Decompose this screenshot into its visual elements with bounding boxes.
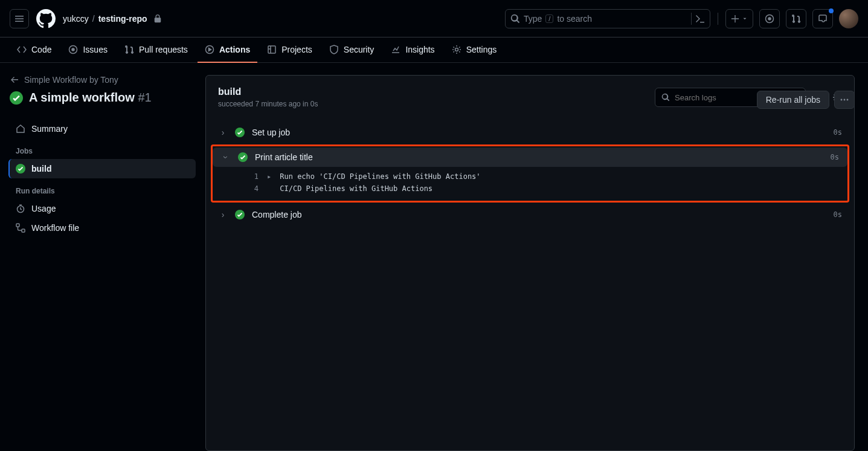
- svg-point-8: [844, 99, 846, 101]
- log-text: CI/CD Pipelines with GitHub Actions: [280, 183, 432, 195]
- svg-rect-13: [16, 224, 19, 227]
- search-prefix: Type: [524, 14, 542, 24]
- log-panel: build succeeded 7 minutes ago in 0s ›: [205, 75, 855, 451]
- sidebar-item-label: Summary: [31, 124, 68, 134]
- job-status: succeeded 7 minutes ago in 0s: [218, 100, 318, 108]
- highlight-annotation: › Print article title 0s 1 ▸ Run echo 'C…: [211, 144, 849, 203]
- chevron-right-icon: ›: [218, 210, 228, 219]
- issue-icon: [765, 14, 774, 24]
- log-line: 4 CI/CD Pipelines with GitHub Actions: [249, 183, 839, 195]
- tab-actions[interactable]: Actions: [198, 37, 257, 63]
- lock-icon: [153, 15, 162, 23]
- tab-label: Pull requests: [139, 45, 188, 54]
- rerun-all-button[interactable]: Re-run all jobs: [757, 91, 829, 109]
- disclosure-icon[interactable]: ▸: [267, 170, 271, 183]
- stopwatch-icon: [16, 204, 25, 213]
- tab-security[interactable]: Security: [322, 37, 382, 63]
- main: Simple Workflow by Tony A simple workflo…: [0, 63, 868, 451]
- tab-label: Settings: [466, 45, 497, 54]
- gear-icon: [452, 45, 461, 54]
- run-details-label: Run details: [10, 178, 196, 199]
- workflow-title: A simple workflow #1: [29, 91, 152, 105]
- svg-rect-14: [22, 229, 25, 232]
- step-row[interactable]: › Complete job 0s: [210, 205, 850, 224]
- check-circle-icon: [238, 152, 248, 162]
- jobs-label: Jobs: [10, 138, 196, 159]
- sidebar-item-label: build: [31, 164, 51, 174]
- kebab-icon: [840, 95, 849, 105]
- sidebar-job-build[interactable]: build: [8, 159, 196, 178]
- inbox-icon: [818, 14, 828, 24]
- workflow-actions: Re-run all jobs: [757, 91, 855, 109]
- breadcrumb: yukccy / testing-repo: [63, 14, 162, 24]
- tab-settings[interactable]: Settings: [445, 37, 504, 63]
- home-icon: [16, 124, 25, 134]
- back-link-label: Simple Workflow by Tony: [24, 75, 118, 85]
- pr-icon: [791, 14, 801, 24]
- tab-label: Actions: [219, 45, 250, 54]
- workflow-title-row: A simple workflow #1: [10, 91, 196, 105]
- plus-icon: [731, 15, 739, 23]
- avatar[interactable]: [839, 9, 858, 28]
- caret-down-icon: [742, 16, 748, 22]
- log-area: build succeeded 7 minutes ago in 0s ›: [205, 63, 868, 451]
- create-button[interactable]: [725, 9, 753, 28]
- tab-label: Insights: [405, 45, 434, 54]
- arrow-left-icon: [10, 75, 19, 85]
- search-icon: [661, 93, 670, 102]
- sidebar-summary[interactable]: Summary: [10, 119, 196, 138]
- spacer: [267, 183, 271, 195]
- step-row[interactable]: › Set up job 0s: [210, 123, 850, 142]
- issues-button[interactable]: [759, 9, 780, 28]
- tab-pull-requests[interactable]: Pull requests: [117, 37, 195, 63]
- step-duration: 0s: [831, 153, 839, 161]
- line-number: 4: [249, 183, 259, 195]
- tab-label: Issues: [83, 45, 107, 54]
- search-suffix: to search: [557, 14, 592, 24]
- more-actions-button[interactable]: [834, 91, 855, 109]
- sidebar-workflow-file[interactable]: Workflow file: [10, 218, 196, 238]
- sidebar-item-label: Usage: [31, 204, 56, 213]
- repo-nav: Code Issues Pull requests Actions Projec…: [0, 37, 868, 63]
- log-line: 1 ▸ Run echo 'CI/CD Pipelines with GitHu…: [249, 170, 839, 183]
- line-number: 1: [249, 170, 259, 183]
- issue-icon: [68, 45, 78, 54]
- sidebar-usage[interactable]: Usage: [10, 199, 196, 218]
- step-duration: 0s: [834, 128, 842, 137]
- check-circle-icon: [235, 128, 245, 137]
- check-circle-icon: [10, 91, 23, 105]
- check-circle-icon: [16, 164, 25, 174]
- sidebar-item-label: Workflow file: [31, 223, 79, 233]
- tab-code[interactable]: Code: [10, 37, 59, 63]
- chevron-right-icon: ›: [218, 128, 228, 137]
- pull-requests-button[interactable]: [786, 9, 806, 28]
- log-output: 1 ▸ Run echo 'CI/CD Pipelines with GitHu…: [213, 167, 847, 195]
- github-logo-icon[interactable]: [36, 9, 56, 28]
- step-duration: 0s: [834, 210, 842, 219]
- global-header: yukccy / testing-repo Type / to search: [0, 0, 868, 37]
- search-key: /: [545, 15, 553, 23]
- check-circle-icon: [235, 210, 245, 219]
- command-palette-icon[interactable]: [695, 14, 705, 24]
- notifications-button[interactable]: [812, 9, 833, 28]
- chevron-down-icon: ›: [221, 152, 231, 162]
- play-icon: [205, 45, 214, 54]
- step-row[interactable]: › Print article title 0s: [213, 148, 847, 167]
- tab-insights[interactable]: Insights: [384, 37, 442, 63]
- tab-issues[interactable]: Issues: [61, 37, 114, 63]
- tab-label: Security: [344, 45, 375, 54]
- back-link[interactable]: Simple Workflow by Tony: [10, 75, 196, 85]
- search-input[interactable]: Type / to search: [505, 9, 710, 28]
- menu-button[interactable]: [10, 9, 29, 28]
- step-name: Complete job: [252, 210, 302, 219]
- breadcrumb-owner[interactable]: yukccy: [63, 14, 89, 24]
- header-actions: Type / to search: [505, 9, 858, 28]
- project-icon: [267, 45, 277, 54]
- tab-projects[interactable]: Projects: [260, 37, 320, 63]
- svg-point-1: [768, 18, 771, 20]
- svg-point-7: [841, 99, 843, 101]
- svg-point-9: [847, 99, 849, 101]
- pr-icon: [124, 45, 134, 54]
- breadcrumb-repo[interactable]: testing-repo: [98, 14, 147, 24]
- svg-point-3: [72, 48, 74, 51]
